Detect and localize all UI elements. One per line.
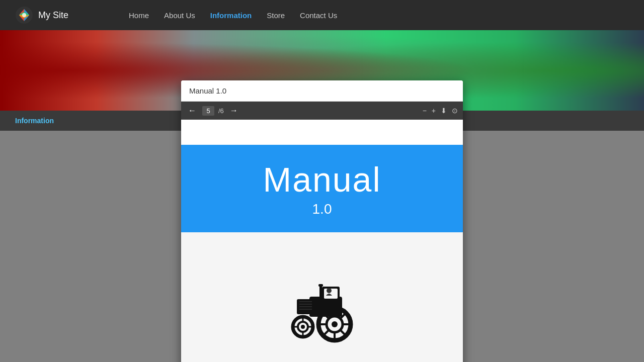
main-content: Manual 1.0 ← /6 → − + ⬇ ⊙ Manual 1.0 [0, 131, 644, 362]
modal-title: Manual 1.0 [189, 86, 226, 95]
pdf-zoom-in-button[interactable]: + [432, 107, 436, 115]
svg-point-26 [301, 325, 305, 329]
sub-nav-information[interactable]: Information [15, 117, 54, 125]
svg-rect-31 [312, 313, 335, 316]
pdf-top-white-area [181, 120, 463, 145]
pdf-settings-button[interactable]: ⊙ [452, 107, 458, 115]
pdf-manual-version: 1.0 [312, 201, 332, 217]
main-nav: Home About Us Information Store Contact … [129, 11, 337, 20]
pdf-manual-title: Manual [263, 160, 381, 199]
modal-title-bar: Manual 1.0 [181, 80, 463, 102]
pdf-page-input[interactable] [202, 106, 214, 116]
pdf-body [181, 232, 463, 362]
site-title: My Site [38, 10, 68, 21]
nav-about-us[interactable]: About Us [164, 11, 195, 20]
site-logo-icon [15, 6, 33, 24]
nav-store[interactable]: Store [267, 11, 285, 20]
pdf-content: Manual 1.0 [181, 120, 463, 362]
svg-rect-7 [318, 284, 323, 287]
tractor-icon [282, 277, 362, 347]
header: My Site Home About Us Information Store … [0, 0, 644, 30]
svg-point-5 [327, 288, 332, 293]
svg-point-1 [22, 13, 26, 17]
pdf-page-total: /6 [218, 107, 224, 115]
logo-area: My Site [15, 6, 68, 24]
svg-point-15 [332, 321, 338, 327]
svg-line-22 [324, 330, 329, 335]
nav-information[interactable]: Information [210, 11, 252, 20]
pdf-toolbar: ← /6 → − + ⬇ ⊙ [181, 102, 463, 120]
pdf-blue-banner: Manual 1.0 [181, 145, 463, 232]
pdf-next-button[interactable]: → [228, 105, 240, 116]
pdf-zoom-out-button[interactable]: − [423, 107, 427, 115]
pdf-page: Manual 1.0 [181, 120, 463, 362]
nav-contact-us[interactable]: Contact Us [300, 11, 337, 20]
pdf-download-button[interactable]: ⬇ [441, 107, 447, 115]
pdf-toolbar-right: − + ⬇ ⊙ [423, 107, 458, 115]
svg-rect-6 [319, 286, 322, 297]
nav-home[interactable]: Home [129, 11, 149, 20]
svg-line-21 [340, 330, 345, 335]
pdf-modal: Manual 1.0 ← /6 → − + ⬇ ⊙ Manual 1.0 [181, 80, 463, 362]
pdf-prev-button[interactable]: ← [186, 105, 198, 116]
